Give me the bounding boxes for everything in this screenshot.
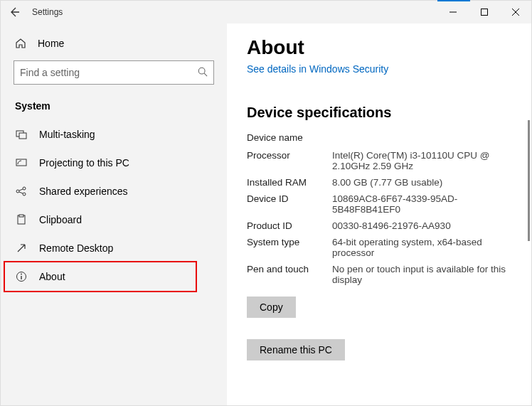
spec-value: Intel(R) Core(TM) i3-10110U CPU @ 2.10GH… bbox=[332, 150, 523, 171]
spec-value: 8.00 GB (7.77 GB usable) bbox=[332, 177, 523, 188]
device-name-label: Device name bbox=[247, 132, 332, 143]
main-content: About See details in Windows Security De… bbox=[227, 23, 531, 405]
page-title: About bbox=[247, 36, 523, 59]
svg-line-11 bbox=[19, 192, 23, 193]
sidebar-item-shared-experiences[interactable]: Shared experiences bbox=[1, 177, 227, 205]
svg-point-16 bbox=[21, 274, 22, 275]
svg-point-9 bbox=[23, 193, 26, 196]
minimize-button[interactable] bbox=[437, 1, 469, 23]
settings-window: Settings Home Find a setting bbox=[0, 0, 532, 406]
search-input[interactable]: Find a setting bbox=[14, 60, 214, 85]
sidebar-item-label: Projecting to this PC bbox=[39, 157, 129, 169]
spec-value: 10869AC8-6F67-4339-95AD-5B48F8B41EF0 bbox=[332, 193, 523, 215]
clipboard-icon bbox=[15, 214, 28, 225]
sidebar-item-label: Multi-tasking bbox=[39, 129, 95, 140]
spec-label: Pen and touch bbox=[247, 264, 332, 285]
spec-heading: Device specifications bbox=[247, 105, 523, 121]
svg-rect-1 bbox=[482, 9, 488, 16]
sidebar-item-about[interactable]: About bbox=[1, 262, 227, 291]
remote-desktop-icon bbox=[15, 242, 28, 254]
spec-label: Processor bbox=[247, 150, 332, 171]
svg-line-10 bbox=[19, 189, 23, 191]
sidebar: Home Find a setting System Multi-tasking bbox=[1, 23, 227, 405]
titlebar: Settings bbox=[1, 1, 531, 23]
shared-experiences-icon bbox=[15, 186, 28, 197]
spec-row: Processor Intel(R) Core(TM) i3-10110U CP… bbox=[247, 147, 523, 174]
sidebar-item-label: About bbox=[39, 271, 65, 282]
security-link[interactable]: See details in Windows Security bbox=[247, 63, 388, 75]
spec-label: Device ID bbox=[247, 193, 332, 215]
info-icon bbox=[15, 271, 28, 282]
spec-row: Pen and touch No pen or touch input is a… bbox=[247, 261, 523, 288]
svg-rect-5 bbox=[19, 133, 26, 139]
arrow-left-icon bbox=[9, 6, 21, 18]
svg-point-8 bbox=[23, 187, 26, 190]
spec-label: Product ID bbox=[247, 220, 332, 231]
maximize-icon bbox=[481, 9, 488, 16]
sidebar-list: Multi-tasking Projecting to this PC Shar… bbox=[1, 120, 227, 291]
spec-row: Device ID 10869AC8-6F67-4339-95AD-5B48F8… bbox=[247, 191, 523, 218]
projecting-icon bbox=[15, 157, 28, 169]
spec-row: Product ID 00330-81496-21976-AA930 bbox=[247, 218, 523, 234]
svg-point-7 bbox=[16, 190, 19, 193]
maximize-button[interactable] bbox=[469, 1, 500, 23]
sidebar-item-label: Remote Desktop bbox=[39, 242, 113, 254]
back-button[interactable] bbox=[1, 1, 29, 23]
spec-value: 64-bit operating system, x64-based proce… bbox=[332, 237, 523, 258]
spec-label: Installed RAM bbox=[247, 177, 332, 188]
spec-row: Installed RAM 8.00 GB (7.77 GB usable) bbox=[247, 174, 523, 191]
svg-point-2 bbox=[198, 68, 205, 74]
search-icon bbox=[198, 67, 208, 79]
rename-pc-button[interactable]: Rename this PC bbox=[247, 339, 345, 360]
spec-value: 00330-81496-21976-AA930 bbox=[332, 220, 523, 231]
sidebar-item-remote-desktop[interactable]: Remote Desktop bbox=[1, 234, 227, 262]
svg-line-3 bbox=[204, 73, 207, 76]
sidebar-item-label: Clipboard bbox=[39, 214, 82, 225]
spec-row: System type 64-bit operating system, x64… bbox=[247, 234, 523, 261]
close-icon bbox=[512, 9, 519, 16]
sidebar-item-clipboard[interactable]: Clipboard bbox=[1, 205, 227, 234]
spec-value: No pen or touch input is available for t… bbox=[332, 264, 523, 285]
multitasking-icon bbox=[15, 129, 28, 140]
sidebar-item-projecting[interactable]: Projecting to this PC bbox=[1, 149, 227, 177]
sidebar-home[interactable]: Home bbox=[1, 32, 227, 56]
home-icon bbox=[15, 38, 26, 49]
scrollbar[interactable] bbox=[528, 120, 530, 241]
spec-label: System type bbox=[247, 237, 332, 258]
copy-button[interactable]: Copy bbox=[247, 297, 296, 318]
sidebar-home-label: Home bbox=[38, 38, 64, 49]
search-placeholder: Find a setting bbox=[20, 67, 198, 78]
sidebar-heading: System bbox=[1, 96, 227, 120]
minimize-icon bbox=[449, 9, 457, 16]
close-button[interactable] bbox=[500, 1, 531, 23]
sidebar-item-multitasking[interactable]: Multi-tasking bbox=[1, 120, 227, 149]
window-title: Settings bbox=[29, 7, 437, 17]
sidebar-item-label: Shared experiences bbox=[39, 186, 128, 197]
svg-rect-13 bbox=[19, 215, 23, 217]
